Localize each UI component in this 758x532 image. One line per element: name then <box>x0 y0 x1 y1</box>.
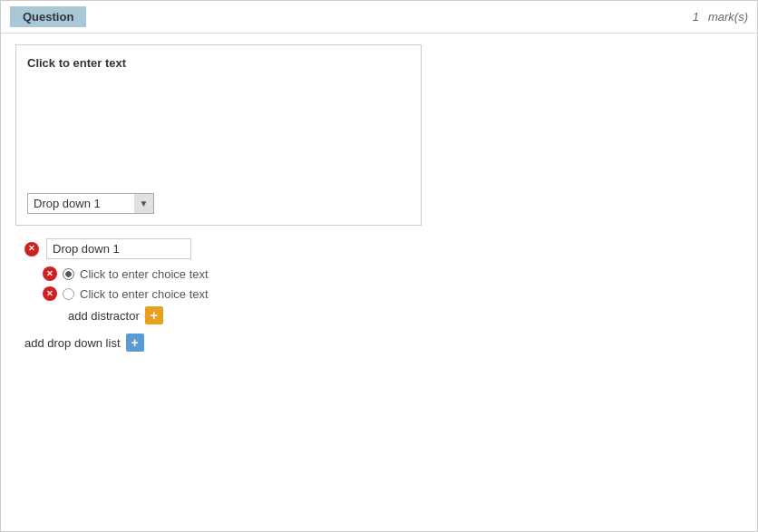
choice-2-radio[interactable] <box>63 288 74 300</box>
header: Question 1 mark(s) <box>1 1 757 34</box>
dropdown-group-header <box>24 238 743 259</box>
marks-area: 1 mark(s) <box>693 10 748 24</box>
choice-row-1: Click to enter choice text <box>43 266 743 281</box>
question-label: Question <box>10 6 86 27</box>
add-distractor-label: add distractor <box>68 309 140 323</box>
add-dropdown-label: add drop down list <box>24 336 121 350</box>
question-box: Click to enter text Drop down 1 ▼ <box>15 44 422 226</box>
remove-choice-1-button[interactable] <box>43 266 57 281</box>
choice-row-2: Click to enter choice text <box>43 286 743 301</box>
dropdown-name-input[interactable] <box>46 238 191 259</box>
dropdown-wrapper: Drop down 1 ▼ <box>27 193 154 214</box>
marks-number: 1 <box>693 10 699 24</box>
remove-dropdown-button[interactable] <box>24 242 39 256</box>
add-distractor-row: add distractor + <box>68 306 743 324</box>
marks-label: mark(s) <box>708 10 748 24</box>
page-wrapper: Question 1 mark(s) Click to enter text D… <box>0 0 758 532</box>
dropdown-select[interactable]: Drop down 1 <box>27 193 154 214</box>
add-dropdown-button[interactable]: + <box>126 334 144 352</box>
add-dropdown-row: add drop down list + <box>15 334 743 352</box>
question-text-placeholder[interactable]: Click to enter text <box>27 56 410 84</box>
add-distractor-button[interactable]: + <box>145 306 163 324</box>
remove-choice-2-button[interactable] <box>43 286 57 301</box>
choice-2-text[interactable]: Click to enter choice text <box>80 287 209 301</box>
dropdown-group: Click to enter choice text Click to ente… <box>15 238 743 324</box>
dropdown-row: Drop down 1 ▼ <box>27 193 410 214</box>
choice-1-text[interactable]: Click to enter choice text <box>80 267 209 281</box>
main-content: Click to enter text Drop down 1 ▼ <box>1 34 757 363</box>
choice-1-radio[interactable] <box>63 268 74 280</box>
